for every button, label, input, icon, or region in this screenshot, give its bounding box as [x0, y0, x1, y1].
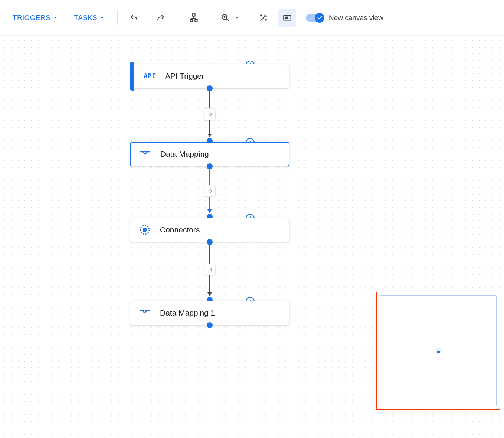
node-label: Data Mapping 1 — [160, 308, 215, 317]
zoom-icon — [220, 13, 230, 23]
zoom-button[interactable] — [218, 9, 233, 27]
undo-button[interactable] — [125, 9, 143, 27]
minimap-toggle-button[interactable] — [278, 9, 296, 27]
divider — [210, 10, 210, 25]
tasks-dropdown[interactable]: TASKS — [69, 11, 110, 25]
gear-icon — [206, 187, 213, 195]
toggle-label: New canvas view — [329, 14, 383, 22]
data-mapping-icon — [139, 150, 151, 158]
minimap-icon — [282, 13, 292, 23]
minimap[interactable] — [376, 292, 500, 410]
node-accent — [130, 62, 134, 91]
caret-down-icon — [234, 15, 239, 20]
data-mapping-icon — [138, 308, 151, 317]
minimap-content-icon — [436, 348, 441, 353]
zoom-control[interactable] — [218, 9, 239, 27]
node-label: API Trigger — [165, 72, 204, 81]
edge-settings-button[interactable] — [204, 108, 216, 120]
arrowhead-icon — [207, 134, 212, 137]
toolbar: TRIGGERS TASKS New canvas view — [0, 0, 504, 36]
output-port[interactable] — [207, 163, 213, 169]
minimap-viewport[interactable] — [380, 295, 497, 406]
divider — [117, 10, 118, 25]
toggle-switch[interactable] — [306, 14, 324, 22]
arrowhead-icon — [207, 209, 212, 213]
divider — [247, 10, 247, 25]
canvas-view-toggle: New canvas view — [306, 14, 383, 22]
layout-button[interactable] — [185, 9, 203, 27]
flow-container: API API Trigger Data Mapping — [130, 64, 289, 398]
magic-wand-icon — [259, 13, 268, 23]
canvas[interactable]: API API Trigger Data Mapping — [0, 36, 504, 438]
output-port[interactable] — [207, 239, 213, 245]
tasks-label: TASKS — [74, 14, 97, 22]
output-port[interactable] — [207, 322, 213, 328]
svg-rect-2 — [285, 17, 288, 19]
undo-icon — [129, 13, 139, 23]
node-api-trigger[interactable]: API API Trigger — [130, 64, 289, 88]
caret-down-icon — [53, 15, 58, 20]
node-connectors[interactable]: Connectors — [130, 218, 289, 242]
caret-down-icon — [99, 15, 105, 20]
triggers-label: TRIGGERS — [13, 14, 50, 22]
triggers-dropdown[interactable]: TRIGGERS — [7, 11, 63, 25]
edge-settings-button[interactable] — [204, 264, 216, 275]
output-port[interactable] — [207, 85, 213, 91]
gear-icon — [206, 266, 213, 273]
layout-icon — [189, 13, 199, 23]
divider — [177, 10, 177, 25]
node-data-mapping-1[interactable]: Data Mapping 1 — [130, 301, 289, 325]
check-icon — [317, 15, 323, 21]
toggle-knob — [315, 13, 324, 23]
arrowhead-icon — [207, 292, 212, 296]
api-icon: API — [144, 72, 156, 80]
redo-icon — [156, 13, 166, 23]
node-label: Connectors — [160, 225, 200, 234]
connectors-icon — [138, 224, 151, 235]
gear-icon — [206, 111, 213, 118]
redo-button[interactable] — [152, 9, 170, 27]
node-label: Data Mapping — [160, 150, 209, 158]
node-data-mapping[interactable]: Data Mapping — [130, 142, 289, 166]
edge-settings-button[interactable] — [204, 185, 216, 197]
magic-wand-button[interactable] — [255, 9, 272, 27]
